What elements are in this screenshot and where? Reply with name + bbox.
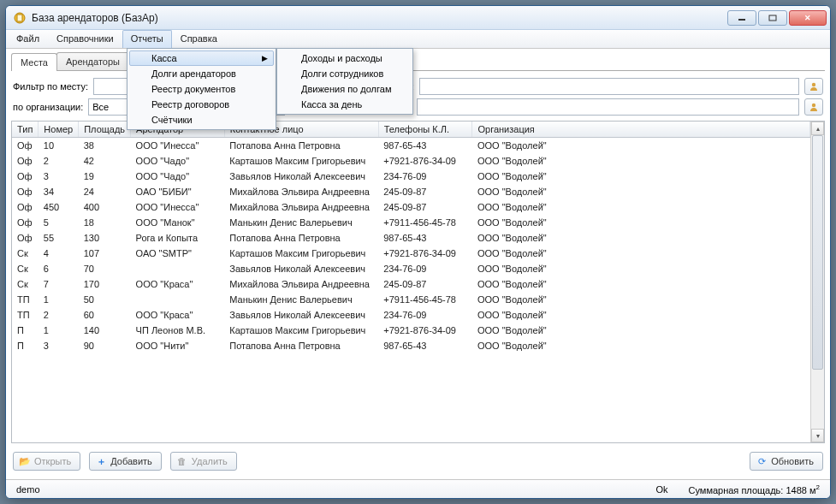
cell: ООО "Водолей" (472, 153, 810, 169)
open-button[interactable]: 📂Открыть (13, 452, 80, 471)
add-button[interactable]: ＋Добавить (89, 452, 162, 471)
maximize-button[interactable] (758, 10, 787, 26)
table-row[interactable]: ТП150Манькин Денис Валерьевич+7911-456-4… (12, 292, 810, 307)
data-table[interactable]: ТипНомерПлощадьАрендаторКонтактное лицоТ… (12, 122, 810, 353)
cell: Оф (12, 215, 39, 230)
table-row[interactable]: Оф242ООО "Чадо"Карташов Максим Григорьев… (12, 153, 810, 169)
cell: 245-09-87 (378, 184, 472, 199)
cell: ООО "Водолей" (472, 230, 810, 246)
cell: Михайлова Эльвира Андреевна (224, 199, 378, 215)
cell: ООО "Водолей" (472, 276, 810, 292)
svg-point-5 (812, 104, 815, 107)
submenu-item[interactable]: Долги арендаторов (129, 66, 274, 81)
cell: 2 (39, 153, 79, 169)
clear-input2-button[interactable] (804, 98, 823, 116)
cell: 400 (79, 199, 131, 215)
svg-point-4 (812, 83, 815, 86)
action-toolbar: 📂Открыть ＋Добавить 🗑Удалить ⟳Обновить (11, 447, 825, 477)
delete-button[interactable]: 🗑Удалить (170, 452, 237, 471)
table-row[interactable]: Оф518ООО "Манок"Манькин Денис Валерьевич… (12, 215, 810, 230)
cell: ООО "Манок" (131, 215, 225, 230)
col-header[interactable]: Номер (39, 122, 79, 138)
cell: 234-76-09 (378, 169, 472, 184)
table-row[interactable]: ТП260ООО "Краса"Завьялов Николай Алексее… (12, 307, 810, 323)
cell: ООО "Водолей" (472, 184, 810, 199)
cell: +7921-876-34-09 (378, 153, 472, 169)
cell: 1 (39, 323, 79, 338)
chevron-right-icon: ▶ (262, 54, 268, 62)
filter-org-value: Все (92, 102, 109, 112)
vertical-scrollbar[interactable]: ▴ ▾ (810, 122, 824, 442)
cell: 70 (79, 261, 131, 276)
cell: 245-09-87 (378, 276, 472, 292)
cell: ООО "Чадо" (131, 169, 225, 184)
scroll-thumb[interactable] (812, 135, 823, 370)
tab-Места[interactable]: Места (11, 53, 57, 71)
cell: Манькин Денис Валерьевич (224, 292, 378, 307)
submenu-item[interactable]: Доходы и расходы (279, 50, 411, 66)
clear-contact-button[interactable] (804, 78, 823, 95)
titlebar: База арендаторов (БазАр) ✕ (6, 6, 830, 30)
submenu-item[interactable]: Реестр договоров (129, 97, 274, 112)
menu-Справка[interactable]: Справка (172, 30, 226, 48)
close-button[interactable]: ✕ (789, 10, 827, 26)
cell: 450 (39, 199, 79, 215)
table-row[interactable]: Оф319ООО "Чадо"Завьялов Николай Алексеев… (12, 169, 810, 184)
person-icon (809, 102, 819, 112)
cell: ТП (12, 307, 39, 323)
minimize-button[interactable] (727, 10, 756, 26)
submenu-item[interactable]: Движения по долгам (279, 81, 411, 97)
menu-Справочники[interactable]: Справочники (48, 30, 122, 48)
submenu-item[interactable]: Касса▶ (129, 50, 274, 66)
cell: +7921-876-34-09 (378, 323, 472, 338)
table-row[interactable]: П1140ЧП Леонов М.В.Карташов Максим Григо… (12, 323, 810, 338)
table-row[interactable]: Оф1038ООО "Инесса"Потапова Анна Петровна… (12, 138, 810, 154)
app-window: База арендаторов (БазАр) ✕ ФайлСправочни… (5, 5, 831, 499)
cell: 140 (79, 323, 131, 338)
cell: 107 (79, 246, 131, 261)
cell: ООО "Водолей" (472, 138, 810, 154)
col-header[interactable]: Организация (472, 122, 810, 138)
cell: Рога и Копыта (131, 230, 225, 246)
table-row[interactable]: Оф3424ОАО "БИБИ"Михайлова Эльвира Андрее… (12, 184, 810, 199)
submenu-item[interactable]: Реестр документов (129, 81, 274, 97)
filter-input-2[interactable] (417, 98, 799, 116)
table-row[interactable]: Ск670Завьялов Николай Алексеевич234-76-0… (12, 261, 810, 276)
cell: 5 (39, 215, 79, 230)
statusbar: demo Ok Суммарная площадь: 1488 м2 (6, 479, 830, 498)
cell: 2 (39, 307, 79, 323)
col-header[interactable]: Телефоны К.Л. (378, 122, 472, 138)
table-row[interactable]: Ск4107ОАО "SMTP"Карташов Максим Григорье… (12, 246, 810, 261)
data-table-wrap: ТипНомерПлощадьАрендаторКонтактное лицоТ… (11, 121, 825, 443)
refresh-button[interactable]: ⟳Обновить (750, 452, 823, 471)
menu-Отчеты[interactable]: Отчеты (122, 30, 172, 48)
cell: ООО "Водолей" (472, 261, 810, 276)
submenu-item[interactable]: Счётчики (129, 112, 274, 127)
scroll-down-button[interactable]: ▾ (811, 429, 824, 442)
cell: ОАО "SMTP" (131, 246, 225, 261)
submenu-item[interactable]: Касса за день (279, 97, 411, 112)
col-header[interactable]: Площадь (79, 122, 131, 138)
cell: ОАО "БИБИ" (131, 184, 225, 199)
table-row[interactable]: Ск7170ООО "Краса"Михайлова Эльвира Андре… (12, 276, 810, 292)
cell: ООО "Чадо" (131, 153, 225, 169)
cell: +7921-876-34-09 (378, 246, 472, 261)
status-sum: Суммарная площадь: 1488 м2 (684, 483, 826, 495)
cell: 234-76-09 (378, 261, 472, 276)
menu-Файл[interactable]: Файл (8, 30, 48, 48)
tab-Арендаторы[interactable]: Арендаторы (56, 52, 129, 70)
scroll-up-button[interactable]: ▴ (811, 122, 824, 135)
cell: +7911-456-45-78 (378, 215, 472, 230)
status-user: demo (11, 484, 45, 495)
table-row[interactable]: Оф55130Рога и КопытаПотапова Анна Петров… (12, 230, 810, 246)
cell: Потапова Анна Петровна (224, 138, 378, 154)
cell: ООО "Инесса" (131, 138, 225, 154)
col-header[interactable]: Тип (12, 122, 39, 138)
filter-contact-input[interactable] (419, 78, 799, 95)
cell: Ск (12, 261, 39, 276)
table-row[interactable]: Оф450400ООО "Инесса"Михайлова Эльвира Ан… (12, 199, 810, 215)
table-row[interactable]: П390ООО "Нити"Потапова Анна Петровна987-… (12, 338, 810, 353)
cell: 19 (79, 169, 131, 184)
cell: ООО "Нити" (131, 338, 225, 353)
submenu-item[interactable]: Долги сотрудников (279, 66, 411, 81)
